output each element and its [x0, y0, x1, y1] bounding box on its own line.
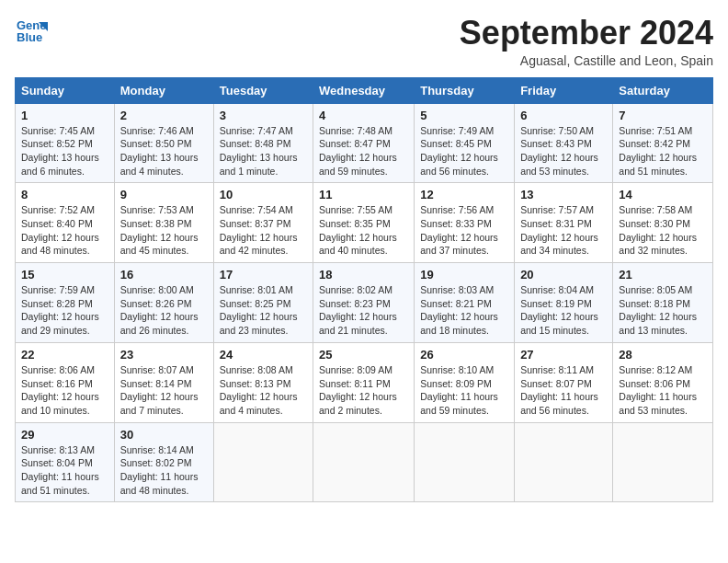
- day-number: 21: [619, 268, 707, 282]
- calendar-week-row: 29Sunrise: 8:13 AMSunset: 8:04 PMDayligh…: [16, 422, 713, 502]
- calendar-cell: 22Sunrise: 8:06 AMSunset: 8:16 PMDayligh…: [16, 342, 115, 422]
- cell-details: Sunrise: 8:14 AMSunset: 8:02 PMDaylight:…: [120, 443, 208, 498]
- calendar-cell: 2Sunrise: 7:46 AMSunset: 8:50 PMDaylight…: [114, 103, 213, 183]
- cell-details: Sunrise: 7:57 AMSunset: 8:31 PMDaylight:…: [520, 203, 607, 258]
- cell-details: Sunrise: 7:56 AMSunset: 8:33 PMDaylight:…: [420, 203, 508, 258]
- location-subtitle: Aguasal, Castille and Leon, Spain: [460, 53, 713, 68]
- calendar-cell: 6Sunrise: 7:50 AMSunset: 8:43 PMDaylight…: [515, 103, 613, 183]
- day-number: 25: [319, 348, 408, 362]
- cell-details: Sunrise: 7:52 AMSunset: 8:40 PMDaylight:…: [21, 203, 108, 258]
- month-title: September 2024: [460, 15, 713, 52]
- cell-details: Sunrise: 8:13 AMSunset: 8:04 PMDaylight:…: [21, 443, 108, 498]
- day-number: 23: [120, 348, 208, 362]
- calendar-cell: 11Sunrise: 7:55 AMSunset: 8:35 PMDayligh…: [313, 183, 415, 263]
- svg-text:Blue: Blue: [17, 30, 42, 44]
- calendar-cell: 23Sunrise: 8:07 AMSunset: 8:14 PMDayligh…: [114, 342, 213, 422]
- calendar-week-row: 8Sunrise: 7:52 AMSunset: 8:40 PMDaylight…: [16, 183, 713, 263]
- col-header-saturday: Saturday: [613, 77, 713, 103]
- cell-details: Sunrise: 7:48 AMSunset: 8:47 PMDaylight:…: [319, 124, 408, 178]
- day-number: 19: [420, 268, 508, 282]
- cell-details: Sunrise: 7:49 AMSunset: 8:45 PMDaylight:…: [420, 124, 508, 178]
- calendar-cell: [613, 422, 713, 502]
- cell-details: Sunrise: 8:01 AMSunset: 8:25 PMDaylight:…: [220, 283, 307, 338]
- day-number: 9: [120, 188, 208, 201]
- calendar-week-row: 15Sunrise: 7:59 AMSunset: 8:28 PMDayligh…: [16, 263, 713, 343]
- cell-details: Sunrise: 7:58 AMSunset: 8:30 PMDaylight:…: [619, 203, 707, 258]
- cell-details: Sunrise: 7:55 AMSunset: 8:35 PMDaylight:…: [319, 203, 408, 258]
- cell-details: Sunrise: 8:09 AMSunset: 8:11 PMDaylight:…: [319, 363, 408, 418]
- calendar-cell: 18Sunrise: 8:02 AMSunset: 8:23 PMDayligh…: [313, 263, 415, 343]
- day-number: 7: [619, 109, 707, 122]
- calendar-cell: 10Sunrise: 7:54 AMSunset: 8:37 PMDayligh…: [213, 183, 313, 263]
- day-number: 1: [21, 109, 108, 122]
- cell-details: Sunrise: 8:11 AMSunset: 8:07 PMDaylight:…: [520, 363, 607, 418]
- col-header-friday: Friday: [515, 77, 613, 103]
- calendar-cell: 27Sunrise: 8:11 AMSunset: 8:07 PMDayligh…: [515, 342, 613, 422]
- day-number: 16: [120, 268, 208, 282]
- cell-details: Sunrise: 7:51 AMSunset: 8:42 PMDaylight:…: [619, 124, 707, 178]
- day-number: 18: [319, 268, 408, 282]
- col-header-thursday: Thursday: [415, 77, 515, 103]
- calendar-week-row: 1Sunrise: 7:45 AMSunset: 8:52 PMDaylight…: [16, 103, 713, 183]
- col-header-sunday: Sunday: [16, 77, 115, 103]
- calendar-cell: [213, 422, 313, 502]
- cell-details: Sunrise: 8:03 AMSunset: 8:21 PMDaylight:…: [420, 283, 508, 338]
- calendar-cell: [515, 422, 613, 502]
- calendar-cell: 26Sunrise: 8:10 AMSunset: 8:09 PMDayligh…: [415, 342, 515, 422]
- calendar-table: SundayMondayTuesdayWednesdayThursdayFrid…: [15, 77, 713, 503]
- day-number: 29: [21, 428, 108, 442]
- calendar-cell: 14Sunrise: 7:58 AMSunset: 8:30 PMDayligh…: [613, 183, 713, 263]
- cell-details: Sunrise: 8:10 AMSunset: 8:09 PMDaylight:…: [420, 363, 508, 418]
- calendar-cell: 24Sunrise: 8:08 AMSunset: 8:13 PMDayligh…: [213, 342, 313, 422]
- calendar-cell: 21Sunrise: 8:05 AMSunset: 8:18 PMDayligh…: [613, 263, 713, 343]
- calendar-cell: 9Sunrise: 7:53 AMSunset: 8:38 PMDaylight…: [114, 183, 213, 263]
- cell-details: Sunrise: 8:05 AMSunset: 8:18 PMDaylight:…: [619, 283, 707, 338]
- logo-icon: General Blue: [15, 15, 48, 48]
- calendar-cell: 30Sunrise: 8:14 AMSunset: 8:02 PMDayligh…: [114, 422, 213, 502]
- day-number: 12: [420, 188, 508, 201]
- cell-details: Sunrise: 8:12 AMSunset: 8:06 PMDaylight:…: [619, 363, 707, 418]
- cell-details: Sunrise: 7:59 AMSunset: 8:28 PMDaylight:…: [21, 283, 108, 338]
- logo: General Blue: [15, 15, 48, 48]
- day-number: 6: [520, 109, 607, 122]
- calendar-cell: [415, 422, 515, 502]
- day-number: 14: [619, 188, 707, 201]
- calendar-cell: 25Sunrise: 8:09 AMSunset: 8:11 PMDayligh…: [313, 342, 415, 422]
- cell-details: Sunrise: 7:54 AMSunset: 8:37 PMDaylight:…: [220, 203, 307, 258]
- cell-details: Sunrise: 7:47 AMSunset: 8:48 PMDaylight:…: [220, 124, 307, 178]
- day-number: 5: [420, 109, 508, 122]
- day-number: 2: [120, 109, 208, 122]
- day-number: 27: [520, 348, 607, 362]
- calendar-cell: 4Sunrise: 7:48 AMSunset: 8:47 PMDaylight…: [313, 103, 415, 183]
- calendar-cell: 29Sunrise: 8:13 AMSunset: 8:04 PMDayligh…: [16, 422, 115, 502]
- col-header-tuesday: Tuesday: [213, 77, 313, 103]
- cell-details: Sunrise: 8:08 AMSunset: 8:13 PMDaylight:…: [220, 363, 307, 418]
- calendar-cell: 16Sunrise: 8:00 AMSunset: 8:26 PMDayligh…: [114, 263, 213, 343]
- day-number: 10: [220, 188, 307, 201]
- day-number: 28: [619, 348, 707, 362]
- cell-details: Sunrise: 8:07 AMSunset: 8:14 PMDaylight:…: [120, 363, 208, 418]
- calendar-cell: 3Sunrise: 7:47 AMSunset: 8:48 PMDaylight…: [213, 103, 313, 183]
- cell-details: Sunrise: 8:04 AMSunset: 8:19 PMDaylight:…: [520, 283, 607, 338]
- calendar-cell: [313, 422, 415, 502]
- calendar-cell: 7Sunrise: 7:51 AMSunset: 8:42 PMDaylight…: [613, 103, 713, 183]
- day-number: 3: [220, 109, 307, 122]
- day-number: 15: [21, 268, 108, 282]
- calendar-cell: 20Sunrise: 8:04 AMSunset: 8:19 PMDayligh…: [515, 263, 613, 343]
- cell-details: Sunrise: 7:45 AMSunset: 8:52 PMDaylight:…: [21, 124, 108, 178]
- calendar-cell: 15Sunrise: 7:59 AMSunset: 8:28 PMDayligh…: [16, 263, 115, 343]
- day-number: 4: [319, 109, 408, 122]
- calendar-cell: 12Sunrise: 7:56 AMSunset: 8:33 PMDayligh…: [415, 183, 515, 263]
- title-block: September 2024 Aguasal, Castille and Leo…: [460, 15, 713, 68]
- day-number: 24: [220, 348, 307, 362]
- day-number: 26: [420, 348, 508, 362]
- day-number: 22: [21, 348, 108, 362]
- day-number: 11: [319, 188, 408, 201]
- cell-details: Sunrise: 8:00 AMSunset: 8:26 PMDaylight:…: [120, 283, 208, 338]
- cell-details: Sunrise: 8:06 AMSunset: 8:16 PMDaylight:…: [21, 363, 108, 418]
- calendar-week-row: 22Sunrise: 8:06 AMSunset: 8:16 PMDayligh…: [16, 342, 713, 422]
- calendar-cell: 17Sunrise: 8:01 AMSunset: 8:25 PMDayligh…: [213, 263, 313, 343]
- calendar-cell: 5Sunrise: 7:49 AMSunset: 8:45 PMDaylight…: [415, 103, 515, 183]
- day-number: 8: [21, 188, 108, 201]
- day-number: 30: [120, 428, 208, 442]
